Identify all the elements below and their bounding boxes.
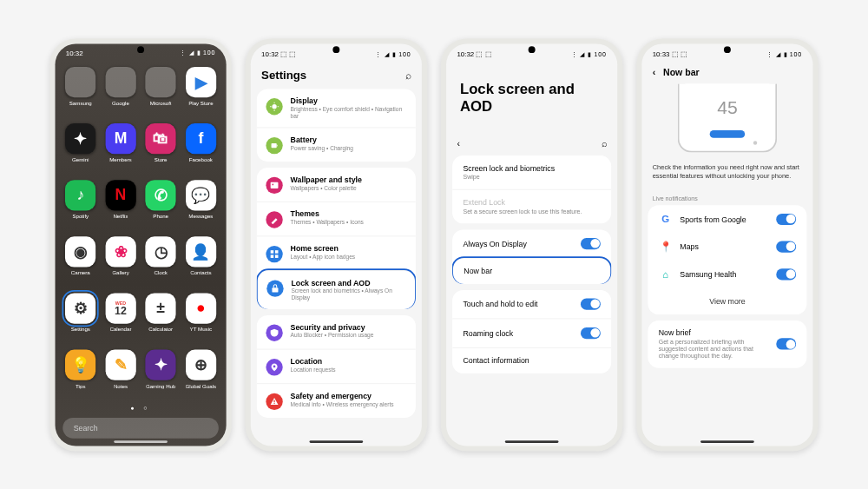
- app-play-store[interactable]: ▶Play Store: [181, 66, 220, 120]
- gesture-bar[interactable]: [310, 440, 364, 443]
- app-contacts[interactable]: 👤Contacts: [181, 236, 220, 290]
- back-icon[interactable]: ‹: [653, 66, 656, 76]
- row-screen-lock-and-biometrics[interactable]: Screen lock and biometricsSwipe: [452, 155, 611, 188]
- phone-settings-list: 10:32 ⬚ ⬚ ⋮ ◢ ▮ 100 Settings ⌕ DisplayBr…: [246, 38, 427, 451]
- app-label: Phone: [153, 213, 168, 219]
- item-title: Safety and emergency: [291, 391, 407, 400]
- toggle[interactable]: [776, 268, 796, 279]
- row-now-bar[interactable]: Now bar: [453, 257, 610, 283]
- row-always-on-display[interactable]: Always On Display: [452, 229, 611, 258]
- item-title: Home screen: [291, 244, 407, 253]
- app-label: Gallery: [112, 269, 129, 275]
- item-title: Location: [291, 357, 407, 366]
- gesture-bar[interactable]: [114, 440, 168, 443]
- camera-hole: [332, 46, 339, 53]
- app-icon: 📍: [659, 239, 673, 253]
- app-notes[interactable]: ✎Notes: [102, 349, 140, 403]
- svg-point-0: [272, 104, 276, 109]
- status-time: 10:32 ⬚ ⬚: [261, 50, 296, 57]
- app-camera[interactable]: ◉Camera: [62, 236, 100, 290]
- app-label: Facebook: [189, 156, 213, 162]
- app-members[interactable]: MMembers: [102, 122, 140, 176]
- settings-item-wallpaper-and-style[interactable]: Wallpaper and styleWallpapers • Color pa…: [257, 168, 416, 202]
- gesture-bar[interactable]: [505, 440, 559, 443]
- item-subtitle: Medical info • Wireless emergency alerts: [291, 400, 407, 407]
- row-touch-and-hold-to-edit[interactable]: Touch and hold to edit: [452, 289, 611, 318]
- app-phone[interactable]: ✆Phone: [141, 179, 180, 233]
- app-calendar[interactable]: WED12Calendar: [102, 293, 140, 347]
- app-microsoft[interactable]: Microsoft: [141, 66, 180, 120]
- settings-item-themes[interactable]: ThemesThemes • Wallpapers • Icons: [257, 201, 416, 235]
- app-label: Messages: [188, 213, 213, 219]
- settings-item-security-and-privacy[interactable]: Security and privacyAuto Blocker • Permi…: [257, 314, 416, 348]
- page-indicator[interactable]: ● ○: [56, 402, 227, 412]
- settings-item-home-screen[interactable]: Home screenLayout • App icon badges: [257, 235, 416, 270]
- app-messages[interactable]: 💬Messages: [181, 179, 220, 233]
- app-calculator[interactable]: ±Calculator: [141, 293, 180, 347]
- app-global-goals[interactable]: ⊕Global Goals: [181, 349, 220, 403]
- svg-rect-9: [271, 250, 274, 254]
- app-tips[interactable]: 💡Tips: [62, 349, 100, 403]
- app-google[interactable]: Google: [102, 66, 140, 120]
- search-icon[interactable]: ⌕: [602, 138, 607, 149]
- back-icon[interactable]: ‹: [457, 138, 460, 149]
- app-icon: ✦: [146, 349, 176, 380]
- search-input[interactable]: Search: [62, 417, 219, 438]
- app-gemini[interactable]: ✦Gemini: [62, 122, 100, 176]
- settings-item-safety-and-emergency[interactable]: Safety and emergencyMedical info • Wirel…: [257, 383, 416, 418]
- folder-icon: [105, 66, 135, 96]
- row-roaming-clock[interactable]: Roaming clock: [452, 318, 611, 347]
- row-contact-information[interactable]: Contact information: [452, 347, 611, 373]
- battery-icon: [266, 136, 282, 153]
- lock-icon: [266, 280, 283, 296]
- gesture-bar[interactable]: [700, 440, 754, 443]
- toggle[interactable]: [581, 237, 601, 248]
- app-yt-music[interactable]: ●YT Music: [181, 293, 220, 347]
- settings-item-battery[interactable]: BatteryPower saving • Charging: [257, 127, 416, 162]
- now-brief-toggle[interactable]: [776, 338, 796, 349]
- app-icon: ◉: [65, 236, 95, 267]
- toggle[interactable]: [776, 213, 796, 224]
- settings-item-lock-screen-and-aod[interactable]: Lock screen and AODScreen lock and biome…: [258, 270, 415, 309]
- app-netflix[interactable]: NNetflix: [102, 179, 140, 233]
- app-icon: 🛍: [146, 122, 176, 153]
- app-facebook[interactable]: fFacebook: [181, 122, 220, 176]
- status-icons: ⋮ ◢ ▮ 100: [375, 50, 411, 57]
- app-settings[interactable]: ⚙Settings: [62, 293, 100, 347]
- live-item-samsung-health[interactable]: ⌂Samsung Health: [648, 260, 806, 287]
- search-icon[interactable]: ⌕: [405, 69, 411, 81]
- app-icon: ✆: [146, 179, 176, 209]
- app-gallery[interactable]: ❀Gallery: [102, 236, 140, 290]
- app-store[interactable]: 🛍Store: [141, 122, 180, 176]
- toggle[interactable]: [581, 327, 601, 338]
- app-gaming-hub[interactable]: ✦Gaming Hub: [141, 349, 180, 403]
- svg-rect-5: [272, 142, 277, 147]
- row-title: Screen lock and biometrics: [463, 163, 555, 172]
- row-subtitle: Set a secure screen lock to use this fea…: [463, 208, 582, 215]
- app-icon: WED12: [105, 293, 135, 323]
- app-clock[interactable]: ◷Clock: [141, 236, 180, 290]
- item-subtitle: Layout • App icon badges: [291, 253, 407, 260]
- settings-item-display[interactable]: DisplayBrightness • Eye comfort shield •…: [257, 89, 416, 127]
- app-label: Samsung: [69, 100, 92, 106]
- live-item-maps[interactable]: 📍Maps: [648, 233, 806, 261]
- app-spotify[interactable]: ♪Spotify: [62, 179, 100, 233]
- live-item-label: Sports from Google: [680, 215, 768, 223]
- live-item-sports-from-google[interactable]: GSports from Google: [648, 205, 806, 233]
- view-more-button[interactable]: View more: [648, 287, 806, 314]
- app-icon: ▶: [186, 66, 216, 96]
- settings-item-location[interactable]: LocationLocation requests: [257, 348, 416, 383]
- app-label: Members: [109, 156, 132, 162]
- toggle[interactable]: [581, 298, 601, 309]
- app-icon: 💡: [65, 349, 95, 380]
- item-title: Themes: [291, 209, 407, 218]
- toggle[interactable]: [776, 241, 796, 252]
- phone-home-screen: 10:32 ⋮ ◢ ▮ 100 SamsungGoogleMicrosoft▶P…: [49, 38, 231, 451]
- row-subtitle: Swipe: [463, 173, 555, 180]
- app-icon: 💬: [186, 179, 216, 209]
- row-title: Contact information: [463, 356, 529, 365]
- now-brief-row[interactable]: Now brief Get a personalized briefing wi…: [648, 320, 806, 367]
- folder-icon: [65, 66, 95, 96]
- row-title: Touch and hold to edit: [463, 300, 537, 308]
- app-samsung[interactable]: Samsung: [62, 66, 100, 120]
